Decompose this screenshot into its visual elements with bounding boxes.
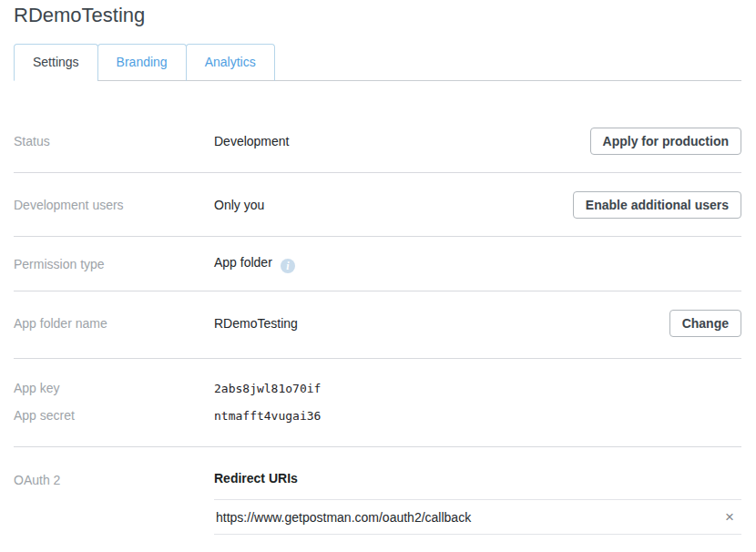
app-settings-page: RDemoTesting Settings Branding Analytics… [0,0,756,535]
oauth-label: OAuth 2 [14,471,214,487]
development-users-label: Development users [14,198,214,212]
oauth-content: Redirect URIs https://www.getpostman.com… [214,471,741,535]
tab-branding[interactable]: Branding [97,44,187,81]
redirect-uri-row: https://www.getpostman.com/oauth2/callba… [214,499,741,535]
app-secret-line: App secret ntmafft4vugai36 [14,402,741,429]
development-users-row: Development users Only you Enable additi… [14,173,741,237]
permission-type-row: Permission type App folderi [14,237,741,291]
app-folder-name-row: App folder name RDemoTesting Change [14,291,741,359]
tab-settings[interactable]: Settings [14,44,98,81]
page-title: RDemoTesting [14,0,741,27]
app-credentials-row: App key 2abs8jwl81o70if App secret ntmaf… [14,359,741,447]
app-key-label: App key [14,381,214,395]
remove-uri-icon[interactable]: × [723,509,736,525]
app-key-value: 2abs8jwl81o70if [214,382,321,395]
app-secret-value: ntmafft4vugai36 [214,409,321,423]
app-secret-label: App secret [14,408,214,423]
redirect-uri-value: https://www.getpostman.com/oauth2/callba… [216,510,471,525]
permission-type-text: App folder [214,255,272,270]
app-folder-name-label: App folder name [14,316,214,331]
redirect-uris-heading: Redirect URIs [214,471,741,486]
status-row: Status Development Apply for production [14,81,741,173]
info-icon[interactable]: i [281,259,295,273]
tab-analytics[interactable]: Analytics [186,44,275,81]
permission-type-label: Permission type [14,257,214,271]
oauth-row: OAuth 2 Redirect URIs https://www.getpos… [14,447,741,535]
status-label: Status [14,134,214,148]
app-folder-name-value: RDemoTesting [214,316,298,331]
tab-bar: Settings Branding Analytics [14,44,741,81]
apply-for-production-button[interactable]: Apply for production [590,128,741,155]
development-users-value: Only you [214,198,264,212]
enable-additional-users-button[interactable]: Enable additional users [573,191,741,219]
change-button[interactable]: Change [669,310,741,337]
status-value-link[interactable]: Development [214,134,290,148]
permission-type-value: App folderi [214,255,295,273]
app-key-line: App key 2abs8jwl81o70if [14,374,741,402]
